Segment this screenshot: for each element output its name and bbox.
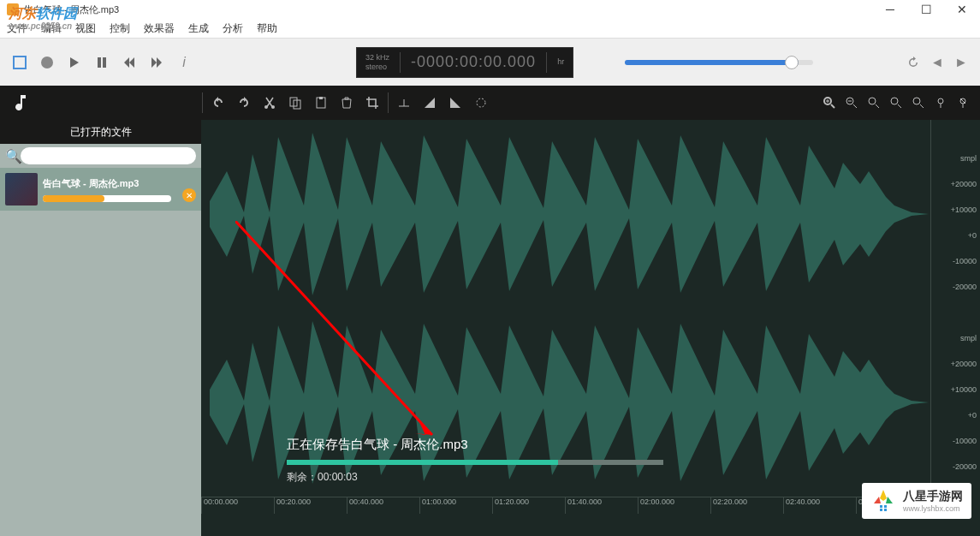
- file-close-button[interactable]: ✕: [182, 188, 196, 202]
- svg-point-12: [938, 98, 943, 104]
- crop-button[interactable]: [365, 96, 379, 110]
- zoom-in-button[interactable]: [823, 96, 836, 110]
- record-button[interactable]: [38, 53, 56, 72]
- play-button[interactable]: [65, 53, 84, 72]
- search-input[interactable]: [21, 147, 196, 164]
- close-button[interactable]: ✕: [944, 0, 980, 19]
- rewind-button[interactable]: [120, 53, 139, 72]
- sidebar-header: 已打开的文件: [0, 120, 201, 144]
- stop-button[interactable]: [10, 53, 29, 72]
- svg-point-1: [271, 105, 275, 109]
- music-note-icon: [10, 92, 31, 113]
- timeline-ruler[interactable]: 00:00.00000:20.00000:40.000 01:00.00001:…: [201, 497, 929, 514]
- svg-rect-5: [319, 97, 323, 99]
- zoom-full-button[interactable]: [912, 96, 925, 110]
- fade-tool-icon[interactable]: [397, 96, 411, 110]
- minimize-button[interactable]: ─: [872, 0, 908, 19]
- marker-add-icon[interactable]: [934, 96, 947, 110]
- menu-control[interactable]: 控制: [110, 21, 130, 36]
- copy-button[interactable]: [288, 96, 302, 110]
- file-item[interactable]: 告白气球 - 周杰伦.mp3 ✕: [0, 168, 201, 211]
- marker-clear-icon[interactable]: [956, 96, 970, 110]
- time-unit: hr: [557, 57, 564, 67]
- baxing-logo-icon: [870, 488, 896, 514]
- waveform-channel-left: [201, 120, 929, 308]
- menu-effects[interactable]: 效果器: [144, 21, 175, 36]
- titlebar: 告白气球 - 周杰伦.mp3: [0, 0, 980, 19]
- menubar: 文件 编辑 视图 控制 效果器 生成 分析 帮助: [0, 19, 980, 38]
- undo-button[interactable]: [211, 96, 225, 110]
- svg-rect-16: [880, 505, 882, 508]
- svg-rect-17: [884, 505, 887, 508]
- save-remaining: 剩余：00:00:03: [287, 470, 663, 485]
- svg-point-10: [891, 98, 898, 104]
- history-button[interactable]: [905, 54, 922, 71]
- svg-rect-19: [884, 509, 887, 511]
- next-button[interactable]: ►: [953, 54, 970, 71]
- sidebar: 已打开的文件 🔍 告白气球 - 周杰伦.mp3 ✕: [0, 120, 201, 536]
- edit-toolbar: [0, 86, 980, 120]
- svg-point-9: [869, 98, 876, 104]
- info-button[interactable]: i: [175, 53, 193, 72]
- volume-slider[interactable]: [625, 60, 813, 65]
- menu-help[interactable]: 帮助: [257, 21, 277, 36]
- search-icon: 🔍: [5, 148, 17, 164]
- loop-icon[interactable]: [474, 96, 488, 110]
- pause-button[interactable]: [92, 53, 111, 72]
- file-thumbnail: [5, 173, 38, 205]
- fadeout-icon[interactable]: [448, 96, 462, 110]
- file-progress: [43, 195, 171, 202]
- redo-button[interactable]: [237, 96, 251, 110]
- zoom-fit-button[interactable]: [867, 96, 881, 110]
- stereo-label: stereo: [365, 63, 389, 72]
- menu-edit[interactable]: 编辑: [41, 21, 62, 36]
- svg-rect-18: [880, 509, 882, 511]
- waveform-area[interactable]: smpl +20000 +10000 +0 -10000 -20000 smpl…: [201, 120, 980, 536]
- app-icon: [7, 3, 19, 15]
- forward-button[interactable]: [147, 53, 166, 72]
- maximize-button[interactable]: ☐: [908, 0, 944, 19]
- save-progress-overlay: 正在保存告白气球 - 周杰伦.mp3 剩余：00:00:03: [287, 437, 663, 485]
- svg-point-11: [913, 98, 920, 104]
- window-title: 告白气球 - 周杰伦.mp3: [24, 3, 119, 16]
- menu-analyze[interactable]: 分析: [223, 21, 243, 36]
- main-area: 已打开的文件 🔍 告白气球 - 周杰伦.mp3 ✕: [0, 120, 980, 536]
- time-display: 32 kHz stereo -0000:00:00.000 hr: [356, 47, 573, 78]
- watermark-baxing: 八星手游网 www.lyshbx.com: [862, 483, 971, 519]
- zoom-out-button[interactable]: [845, 96, 858, 110]
- menu-file[interactable]: 文件: [7, 21, 27, 36]
- save-progress-bar: [287, 460, 663, 465]
- menu-generate[interactable]: 生成: [188, 21, 209, 36]
- zoom-sel-button[interactable]: [889, 96, 903, 110]
- file-name: 告白气球 - 周杰伦.mp3: [43, 177, 196, 190]
- fadein-icon[interactable]: [423, 96, 437, 110]
- svg-point-0: [264, 105, 268, 109]
- amplitude-scale: smpl +20000 +10000 +0 -10000 -20000 smpl…: [930, 120, 980, 497]
- paste-button[interactable]: [314, 96, 328, 110]
- window-controls: ─ ☐ ✕: [872, 0, 980, 19]
- save-status-text: 正在保存告白气球 - 周杰伦.mp3: [287, 437, 663, 453]
- prev-button[interactable]: ◄: [929, 54, 946, 71]
- delete-button[interactable]: [340, 96, 353, 110]
- cut-button[interactable]: [263, 96, 276, 110]
- time-value: -0000:00:00.000: [411, 53, 536, 71]
- menu-view[interactable]: 视图: [75, 21, 96, 36]
- svg-point-6: [477, 98, 485, 107]
- khz-label: 32 kHz: [365, 53, 389, 63]
- transport-toolbar: i 32 kHz stereo -0000:00:00.000 hr ◄ ►: [0, 38, 980, 86]
